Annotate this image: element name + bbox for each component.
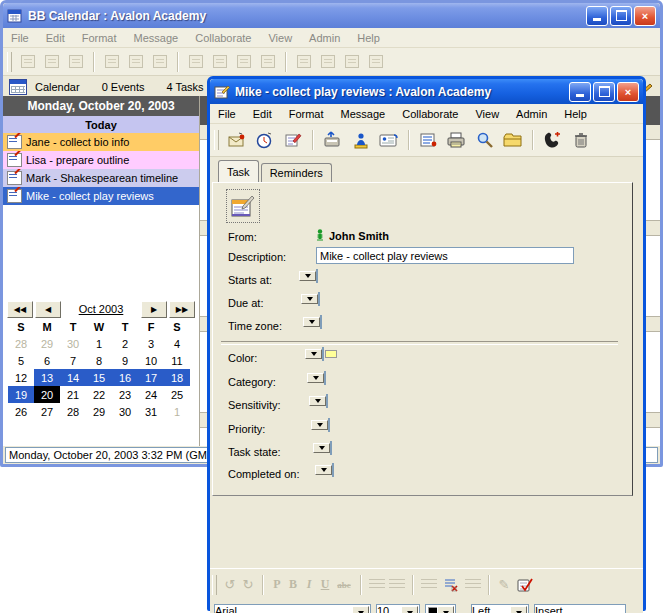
chevron-down-icon[interactable] bbox=[299, 271, 316, 281]
assign-person-icon[interactable] bbox=[349, 129, 373, 151]
main-menu-collaborate[interactable]: Collaborate bbox=[195, 32, 251, 44]
chevron-down-icon[interactable] bbox=[313, 443, 330, 453]
dialog-menu-message[interactable]: Message bbox=[341, 108, 386, 120]
task-row-mark[interactable]: Mark - Shakespearean timeline bbox=[3, 169, 199, 187]
chevron-down-icon[interactable] bbox=[311, 420, 328, 430]
tab-reminders[interactable]: Reminders bbox=[261, 163, 332, 182]
dialog-menu-admin[interactable]: Admin bbox=[516, 108, 547, 120]
tasks-count[interactable]: 4 Tasks bbox=[166, 81, 203, 93]
day-cell-selected[interactable]: 13 bbox=[34, 369, 60, 386]
main-menu-format[interactable]: Format bbox=[82, 32, 117, 44]
dialog-close-button[interactable]: × bbox=[617, 82, 639, 102]
spell-check-icon[interactable] bbox=[515, 574, 535, 596]
day-cell[interactable]: 29 bbox=[86, 403, 112, 420]
address-card-icon[interactable] bbox=[377, 129, 401, 151]
main-menu-help[interactable]: Help bbox=[357, 32, 380, 44]
task-row-lisa[interactable]: Lisa - prepare outline bbox=[3, 151, 199, 169]
font-family-combo[interactable]: Arial bbox=[214, 604, 371, 613]
day-cell[interactable]: 31 bbox=[138, 403, 164, 420]
main-titlebar[interactable]: BB Calendar : Avalon Academy × bbox=[3, 3, 660, 28]
dialog-menu-file[interactable]: File bbox=[218, 108, 236, 120]
chevron-down-icon[interactable] bbox=[303, 317, 320, 327]
dialog-menu-edit[interactable]: Edit bbox=[253, 108, 272, 120]
day-cell[interactable]: 1 bbox=[164, 403, 190, 420]
message-list-icon[interactable] bbox=[417, 129, 441, 151]
day-cell-selected[interactable]: 16 bbox=[112, 369, 138, 386]
alignment-combo[interactable]: Left bbox=[471, 604, 529, 613]
day-cell[interactable]: 30 bbox=[60, 335, 86, 352]
day-cell-selected[interactable]: 14 bbox=[60, 369, 86, 386]
day-cell-selected[interactable]: 15 bbox=[86, 369, 112, 386]
dialog-menu-view[interactable]: View bbox=[475, 108, 499, 120]
main-menu-file[interactable]: File bbox=[11, 32, 29, 44]
day-cell[interactable]: 26 bbox=[8, 403, 34, 420]
day-cell[interactable]: 7 bbox=[60, 352, 86, 369]
next-month-button[interactable]: ▶ bbox=[141, 301, 167, 318]
chevron-down-icon[interactable] bbox=[401, 606, 418, 613]
main-menu-message[interactable]: Message bbox=[134, 32, 179, 44]
main-minimize-button[interactable] bbox=[586, 6, 608, 26]
chevron-down-icon[interactable] bbox=[437, 606, 454, 613]
day-cell[interactable]: 12 bbox=[8, 369, 34, 386]
dialog-titlebar[interactable]: Mike - collect play reviews : Avalon Aca… bbox=[210, 79, 643, 104]
day-cell[interactable]: 28 bbox=[8, 335, 34, 352]
new-appointment-icon[interactable] bbox=[253, 129, 277, 151]
completed-on-combo[interactable]: Not Yet Complete bbox=[332, 463, 334, 477]
list-remove-icon[interactable] bbox=[441, 574, 461, 596]
new-message-icon[interactable] bbox=[225, 129, 249, 151]
events-count[interactable]: 0 Events bbox=[102, 81, 145, 93]
day-cell[interactable]: 21 bbox=[60, 386, 86, 403]
main-menu-admin[interactable]: Admin bbox=[309, 32, 340, 44]
dialog-maximize-button[interactable] bbox=[593, 82, 615, 102]
day-cell[interactable]: 22 bbox=[86, 386, 112, 403]
tab-task[interactable]: Task bbox=[218, 160, 259, 182]
sensitivity-combo[interactable]: Normal bbox=[326, 394, 328, 408]
font-size-combo[interactable]: 10 bbox=[376, 604, 420, 613]
main-close-button[interactable]: × bbox=[634, 6, 656, 26]
folder-icon[interactable] bbox=[501, 129, 525, 151]
print-icon[interactable] bbox=[445, 129, 469, 151]
find-icon[interactable] bbox=[473, 129, 497, 151]
send-icon[interactable] bbox=[321, 129, 345, 151]
insert-field[interactable]: Insert... bbox=[534, 604, 626, 613]
chevron-down-icon[interactable] bbox=[352, 606, 369, 613]
task-row-jane[interactable]: Jane - collect bio info bbox=[3, 133, 199, 151]
task-row-mike-selected[interactable]: Mike - collect play reviews bbox=[3, 187, 199, 205]
dialog-menu-collaborate[interactable]: Collaborate bbox=[402, 108, 458, 120]
chevron-down-icon[interactable] bbox=[309, 396, 326, 406]
month-label-link[interactable]: Oct 2003 bbox=[63, 303, 139, 315]
font-color-combo[interactable] bbox=[425, 604, 456, 613]
chevron-down-icon[interactable] bbox=[315, 465, 332, 475]
new-task-icon[interactable] bbox=[281, 129, 305, 151]
prev-month-button[interactable]: ◀ bbox=[35, 301, 61, 318]
day-cell-selected[interactable]: 18 bbox=[164, 369, 190, 386]
day-cell[interactable]: 30 bbox=[112, 403, 138, 420]
day-cell[interactable]: 11 bbox=[164, 352, 190, 369]
day-cell[interactable]: 25 bbox=[164, 386, 190, 403]
day-cell[interactable]: 1 bbox=[86, 335, 112, 352]
main-menu-view[interactable]: View bbox=[268, 32, 292, 44]
day-cell[interactable]: 8 bbox=[86, 352, 112, 369]
next-year-button[interactable]: ▶▶ bbox=[169, 301, 195, 318]
dialog-menu-help[interactable]: Help bbox=[564, 108, 587, 120]
due-at-combo[interactable]: Monday, October 27, 2003 12:00 AM bbox=[318, 292, 320, 306]
main-maximize-button[interactable] bbox=[610, 6, 632, 26]
task-state-combo[interactable]: In Progress bbox=[330, 441, 332, 455]
day-cell[interactable]: 4 bbox=[164, 335, 190, 352]
day-cell[interactable]: 27 bbox=[34, 403, 60, 420]
prev-year-button[interactable]: ◀◀ bbox=[7, 301, 33, 318]
toolbar-grip[interactable] bbox=[214, 130, 219, 150]
day-cell[interactable]: 2 bbox=[112, 335, 138, 352]
calendar-label[interactable]: Calendar bbox=[35, 81, 80, 93]
day-cell[interactable]: 10 bbox=[138, 352, 164, 369]
chevron-down-icon[interactable] bbox=[305, 349, 322, 359]
toolbar-grip[interactable] bbox=[212, 575, 217, 595]
day-cell[interactable]: 23 bbox=[112, 386, 138, 403]
day-cell[interactable]: 28 bbox=[60, 403, 86, 420]
day-cell[interactable]: 6 bbox=[34, 352, 60, 369]
chevron-down-icon[interactable] bbox=[307, 373, 324, 383]
priority-combo[interactable]: Normal bbox=[328, 418, 330, 432]
starts-at-combo[interactable]: Monday, October 20, 2003 9:00 AM bbox=[316, 269, 318, 283]
chevron-down-icon[interactable] bbox=[301, 294, 318, 304]
day-cell[interactable]: 9 bbox=[112, 352, 138, 369]
